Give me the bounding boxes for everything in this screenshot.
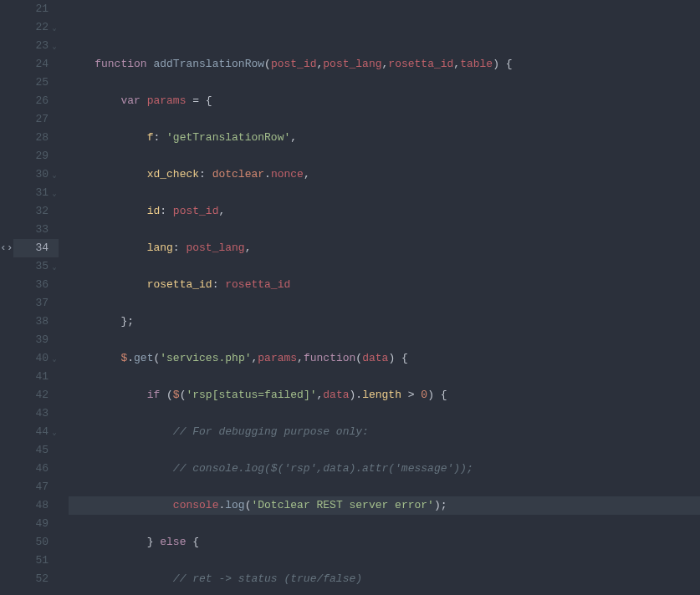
line-number[interactable]: 28 <box>35 131 49 144</box>
line-number[interactable]: 41 <box>35 370 49 383</box>
fold-icon[interactable]: ⌄ <box>50 350 59 369</box>
code-line[interactable]: // ret -> status (true/false) <box>69 570 700 588</box>
line-number[interactable]: 40 <box>35 352 49 364</box>
line-number[interactable]: 24 <box>35 58 49 70</box>
code-area[interactable]: function addTranslationRow(post_id,post_… <box>65 0 700 595</box>
line-number[interactable]: 23 <box>35 39 49 52</box>
line-number[interactable]: 27 <box>35 113 49 125</box>
line-number[interactable]: 37 <box>35 297 49 309</box>
line-number[interactable]: 31 <box>35 186 49 199</box>
code-line[interactable]: console.log('Dotclear REST server error'… <box>69 496 700 515</box>
code-line[interactable]: }; <box>69 313 700 331</box>
code-line[interactable]: // console.log($('rsp',data).attr('messa… <box>69 460 700 478</box>
code-line[interactable]: // For debugging purpose only: <box>69 423 700 441</box>
line-number[interactable]: 25 <box>35 76 49 89</box>
line-number-gutter[interactable]: 21 22⌄ 23⌄ 24 25 26 27 28 29 30⌄ 31⌄ 32 … <box>13 0 65 595</box>
line-number[interactable]: 22 <box>35 21 49 33</box>
code-line[interactable]: f: 'getTranslationRow', <box>69 129 700 147</box>
line-number[interactable]: 47 <box>35 481 49 493</box>
fold-icon[interactable]: ⌄ <box>50 19 59 38</box>
line-number[interactable]: 51 <box>35 554 49 567</box>
fold-icon[interactable]: ⌄ <box>50 258 59 277</box>
code-line[interactable]: $.get('services.php',params,function(dat… <box>69 349 700 368</box>
code-line[interactable]: rosetta_id: rosetta_id <box>69 276 700 294</box>
fold-icon[interactable]: ⌄ <box>50 424 59 442</box>
line-number[interactable]: 33 <box>35 223 49 236</box>
line-number[interactable]: 34 <box>35 242 49 254</box>
code-line[interactable]: xd_check: dotclear.nonce, <box>69 165 700 184</box>
code-editor[interactable]: ‹› 21 22⌄ 23⌄ 24 25 26 27 28 29 30⌄ 31⌄ … <box>0 0 700 595</box>
code-line[interactable]: function addTranslationRow(post_id,post_… <box>69 55 700 74</box>
line-number[interactable]: 38 <box>35 315 49 328</box>
fold-icon[interactable]: ⌄ <box>50 166 59 185</box>
line-number[interactable]: 36 <box>35 278 49 291</box>
line-number[interactable]: 32 <box>35 205 49 217</box>
line-number[interactable]: 26 <box>35 94 49 107</box>
line-number[interactable]: 45 <box>35 444 49 456</box>
line-number[interactable]: 44 <box>35 425 49 438</box>
code-line[interactable]: var params = { <box>69 92 700 110</box>
line-number[interactable]: 42 <box>35 389 49 401</box>
code-line[interactable]: } else { <box>69 533 700 552</box>
line-number[interactable]: 30 <box>35 168 49 181</box>
line-number[interactable]: 35 <box>35 260 49 272</box>
diff-gutter: ‹› <box>0 0 13 595</box>
line-number[interactable]: 43 <box>35 407 49 420</box>
code-line[interactable]: lang: post_lang, <box>69 239 700 257</box>
fold-icon[interactable]: ⌄ <box>50 38 59 56</box>
code-line[interactable]: id: post_id, <box>69 202 700 221</box>
line-number[interactable]: 50 <box>35 536 49 548</box>
line-number[interactable]: 49 <box>35 517 49 530</box>
code-line[interactable] <box>69 18 700 37</box>
diff-change-icon: ‹› <box>0 239 13 257</box>
line-number[interactable]: 52 <box>35 572 49 585</box>
fold-icon[interactable]: ⌄ <box>50 185 59 203</box>
line-number[interactable]: 46 <box>35 462 49 475</box>
line-number[interactable]: 39 <box>35 333 49 346</box>
line-number[interactable]: 48 <box>35 499 49 511</box>
line-number[interactable]: 29 <box>35 150 49 162</box>
line-number[interactable]: 21 <box>35 3 49 15</box>
code-line[interactable]: if ($('rsp[status=failed]',data).length … <box>69 386 700 404</box>
